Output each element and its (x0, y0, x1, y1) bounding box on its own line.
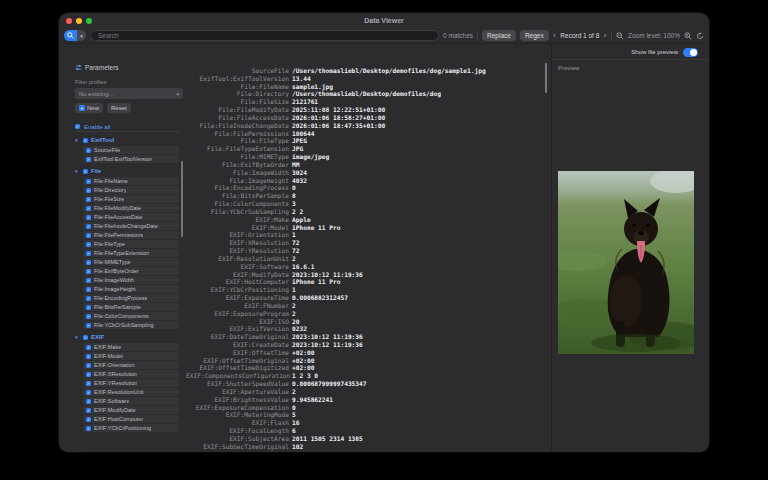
sidebar-item[interactable]: ✓EXIF:ModifyDate (83, 406, 179, 414)
new-profile-button[interactable]: + New (75, 103, 103, 113)
sidebar-item[interactable]: ✓EXIF:YResolution (83, 379, 179, 387)
sidebar-item[interactable]: ✓File:YCbCrSubSampling (83, 321, 179, 329)
checkbox-checked[interactable]: ✓ (86, 305, 91, 310)
record-key: EXIF:OffsetTime (186, 349, 292, 357)
checkbox-checked[interactable]: ✓ (86, 287, 91, 292)
checkbox-checked[interactable]: ✓ (86, 314, 91, 319)
sidebar-item[interactable]: ✓EXIF:Software (83, 397, 179, 405)
sidebar-item[interactable]: ✓File:FileInodeChangeDate (83, 222, 179, 230)
checkbox-checked[interactable]: ✓ (86, 390, 91, 395)
sidebar-item-label: File:MIMEType (94, 259, 131, 265)
record-value: 9.945862241 (292, 396, 333, 404)
sidebar-group-exiftool[interactable]: ▾✓ExifTool (75, 134, 179, 146)
sidebar-item[interactable]: ✓EXIF:HostComputer (83, 415, 179, 423)
record-value: 0.0006882312457 (292, 294, 348, 302)
sidebar-item[interactable]: ✓EXIF:ResolutionUnit (83, 388, 179, 396)
sidebar-item[interactable]: ✓File:ImageWidth (83, 276, 179, 284)
sidebar-item[interactable]: ✓SourceFile (83, 146, 179, 154)
checkbox-checked[interactable]: ✓ (83, 335, 88, 340)
sidebar-item-label: SourceFile (94, 147, 120, 153)
sidebar-item[interactable]: ✓File:ColorComponents (83, 312, 179, 320)
sidebar-item[interactable]: ✓File:FileType (83, 240, 179, 248)
sidebar-item[interactable]: ✓EXIF:Make (83, 343, 179, 351)
regex-button[interactable]: Regex (520, 30, 549, 41)
titlebar[interactable]: Data Viewer (59, 13, 709, 28)
reset-zoom-icon[interactable] (696, 32, 704, 40)
checkbox-checked[interactable]: ✓ (86, 399, 91, 404)
chevron-down-icon[interactable]: ▾ (75, 168, 80, 174)
checkbox-checked[interactable]: ✓ (86, 381, 91, 386)
checkbox-checked[interactable]: ✓ (86, 354, 91, 359)
sidebar-item[interactable]: ✓ExifTool:ExifToolVersion (83, 155, 179, 163)
enable-all-row[interactable]: ✓ Enable all (75, 122, 179, 132)
previous-record-button[interactable]: ‹ (553, 31, 557, 40)
toolbar-divider (477, 31, 478, 40)
checkbox-checked[interactable]: ✓ (86, 260, 91, 265)
sidebar-item[interactable]: ✓File:FileSize (83, 195, 179, 203)
search-input[interactable] (90, 30, 439, 41)
chevron-down-icon[interactable]: ▾ (75, 334, 80, 340)
checkbox-checked[interactable]: ✓ (75, 124, 80, 129)
checkbox-checked[interactable]: ✓ (86, 197, 91, 202)
checkbox-checked[interactable]: ✓ (86, 323, 91, 328)
sidebar-item[interactable]: ✓File:ImageHeight (83, 285, 179, 293)
checkbox-checked[interactable]: ✓ (83, 138, 88, 143)
search-scope-button[interactable]: ▾ (64, 30, 86, 41)
sidebar-item[interactable]: ✓EXIF:XResolution (83, 370, 179, 378)
zoom-in-icon[interactable] (684, 32, 692, 40)
checkbox-checked[interactable]: ✓ (86, 224, 91, 229)
profile-select[interactable]: No existing... ▾ (75, 88, 183, 99)
sidebar-item[interactable]: ✓File:Directory (83, 186, 179, 194)
replace-button[interactable]: Replace (482, 30, 516, 41)
sidebar-item[interactable]: ✓EXIF:Orientation (83, 361, 179, 369)
sidebar-item[interactable]: ✓File:BitsPerSample (83, 303, 179, 311)
show-file-preview-toggle[interactable] (683, 48, 698, 57)
reset-profile-button[interactable]: Reset (107, 103, 131, 113)
checkbox-checked[interactable]: ✓ (86, 278, 91, 283)
sidebar-item[interactable]: ✓File:FileAccessDate (83, 213, 179, 221)
sidebar-item[interactable]: ✓File:FilePermissions (83, 231, 179, 239)
window-title: Data Viewer (59, 17, 709, 24)
main-scrollbar[interactable] (545, 63, 547, 93)
checkbox-checked[interactable]: ✓ (86, 233, 91, 238)
zoom-out-icon[interactable] (616, 32, 624, 40)
checkbox-checked[interactable]: ✓ (86, 242, 91, 247)
sidebar-item-label: File:FileName (94, 178, 128, 184)
sidebar-item[interactable]: ✓File:MIMEType (83, 258, 179, 266)
checkbox-checked[interactable]: ✓ (86, 157, 91, 162)
checkbox-checked[interactable]: ✓ (86, 426, 91, 431)
checkbox-checked[interactable]: ✓ (86, 345, 91, 350)
sidebar-item[interactable]: ✓EXIF:Model (83, 352, 179, 360)
chevron-down-icon[interactable]: ▾ (77, 30, 86, 41)
sidebar-item[interactable]: ✓File:FileModifyDate (83, 204, 179, 212)
record-key: EXIF:Orientation (186, 231, 292, 239)
checkbox-checked[interactable]: ✓ (83, 169, 88, 174)
sidebar-group-exif[interactable]: ▾✓EXIF (75, 331, 179, 343)
checkbox-checked[interactable]: ✓ (86, 363, 91, 368)
sidebar-scrollbar[interactable] (181, 161, 183, 237)
checkbox-checked[interactable]: ✓ (86, 408, 91, 413)
sidebar-item[interactable]: ✓EXIF:YCbCrPositioning (83, 424, 179, 432)
checkbox-checked[interactable]: ✓ (86, 148, 91, 153)
checkbox-checked[interactable]: ✓ (86, 179, 91, 184)
sidebar-item[interactable]: ✓File:EncodingProcess (83, 294, 179, 302)
checkbox-checked[interactable]: ✓ (86, 417, 91, 422)
checkbox-checked[interactable]: ✓ (86, 296, 91, 301)
sidebar-item[interactable]: ✓File:ExifByteOrder (83, 267, 179, 275)
checkbox-checked[interactable]: ✓ (86, 206, 91, 211)
record-key: EXIF:ISO (186, 318, 292, 326)
checkbox-checked[interactable]: ✓ (86, 251, 91, 256)
checkbox-checked[interactable]: ✓ (86, 372, 91, 377)
checkbox-checked[interactable]: ✓ (86, 269, 91, 274)
checkbox-checked[interactable]: ✓ (86, 188, 91, 193)
next-record-button[interactable]: › (603, 31, 607, 40)
record-row: EXIF:MeteringMode5 (186, 411, 551, 419)
sidebar-item-label: File:FileInodeChangeDate (94, 223, 158, 229)
record-key: File:Directory (186, 90, 292, 98)
record-value: 72 (292, 247, 299, 255)
chevron-down-icon[interactable]: ▾ (75, 137, 80, 143)
sidebar-group-file[interactable]: ▾✓File (75, 165, 179, 177)
sidebar-item[interactable]: ✓File:FileTypeExtension (83, 249, 179, 257)
checkbox-checked[interactable]: ✓ (86, 215, 91, 220)
sidebar-item[interactable]: ✓File:FileName (83, 177, 179, 185)
